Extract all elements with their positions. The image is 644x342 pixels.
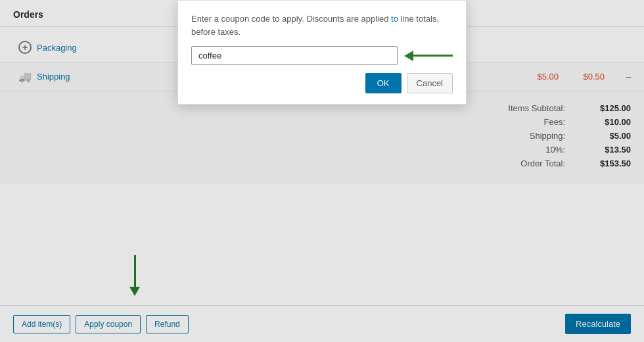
modal-input-row	[191, 46, 453, 65]
modal-ok-button[interactable]: OK	[365, 73, 402, 93]
modal-description-link: to	[391, 14, 398, 24]
modal-overlay: Enter a coupon code to apply. Discounts …	[0, 0, 644, 342]
arrow-line-horizontal	[413, 55, 453, 57]
green-arrow-left-annotation	[404, 51, 453, 61]
arrow-head-left	[404, 51, 413, 61]
page-wrapper: Orders + Packaging Shipping $5.00 $0.50	[0, 0, 644, 342]
coupon-modal: Enter a coupon code to apply. Discounts …	[177, 0, 467, 105]
modal-cancel-button[interactable]: Cancel	[407, 73, 453, 93]
coupon-code-input[interactable]	[191, 46, 398, 65]
modal-buttons: OK Cancel	[191, 73, 453, 93]
modal-description: Enter a coupon code to apply. Discounts …	[191, 12, 453, 38]
